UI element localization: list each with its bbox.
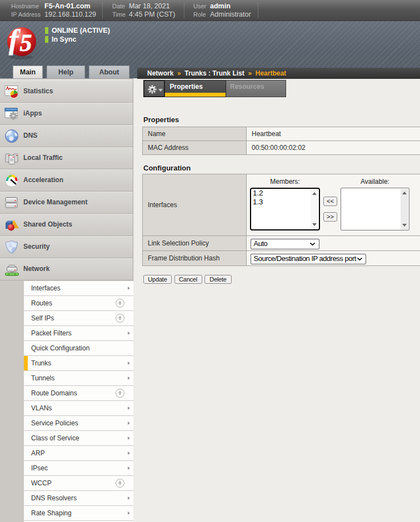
svg-text:5: 5: [20, 29, 32, 57]
